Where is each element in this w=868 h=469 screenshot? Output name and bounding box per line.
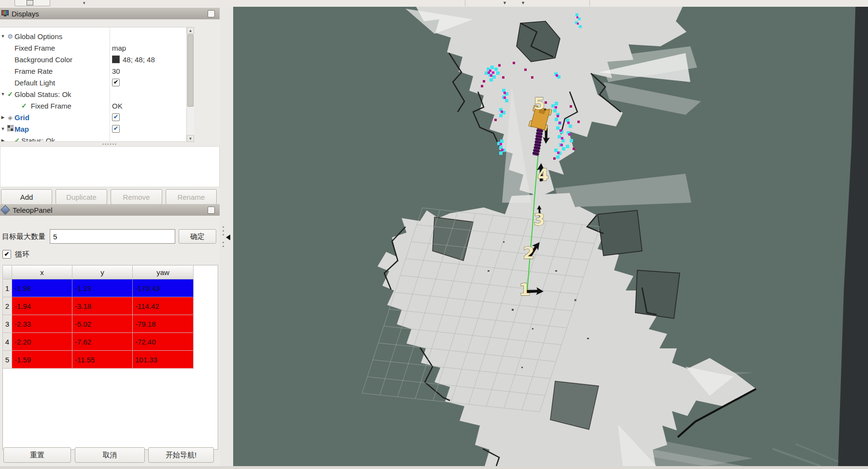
expand-open-icon[interactable]: ▼: [0, 34, 6, 39]
splitter-dot: [223, 246, 224, 247]
gear-icon: ⚙: [6, 33, 14, 40]
goal-table-body: 1-1.98-1.23-170.432-1.94-3.18-114.423-2.…: [3, 279, 194, 369]
tree-row-map[interactable]: ▼ Map ✔: [0, 123, 194, 135]
row-number[interactable]: 1: [3, 279, 12, 297]
rviz-3d-viewport[interactable]: 1 2 3 4 5: [233, 7, 868, 466]
max-goal-input[interactable]: [50, 229, 175, 244]
grid-checkbox[interactable]: ✔: [112, 113, 120, 121]
expand-open-icon[interactable]: ▼: [0, 126, 6, 131]
scrollbar-thumb[interactable]: [187, 34, 194, 107]
grid-icon: ◈: [6, 114, 14, 121]
toolbar-separator: [465, 0, 465, 6]
expand-closed-icon[interactable]: ▶: [0, 115, 6, 120]
left-panel-column: Displays ▼ ⚙ Global Options Fixed Frame …: [0, 7, 233, 466]
goal-x-cell[interactable]: -2.20: [12, 333, 72, 351]
row-number[interactable]: 3: [3, 315, 12, 333]
scroll-up-icon[interactable]: ▲: [187, 27, 194, 34]
fixed-frame-value[interactable]: map: [112, 44, 126, 52]
goal-yaw-cell[interactable]: -170.43: [133, 279, 194, 297]
row-number[interactable]: 4: [3, 333, 12, 351]
default-light-checkbox[interactable]: ✔: [112, 79, 120, 86]
map-checkbox[interactable]: ✔: [112, 125, 120, 133]
dropdown-arrow-icon[interactable]: ▼: [521, 0, 525, 6]
goal-y-cell[interactable]: -1.23: [72, 279, 133, 297]
map-label: Map: [14, 125, 29, 133]
tree-row-fixed-frame-status[interactable]: ✓ Fixed Frame OK: [0, 100, 194, 111]
goal-table-header-row: x y yaw: [3, 265, 194, 279]
expand-open-icon[interactable]: ▼: [0, 92, 6, 97]
goal-y-cell[interactable]: -5.02: [72, 315, 133, 333]
tree-row-grid[interactable]: ▶ ◈ Grid ✔: [0, 111, 194, 123]
splitter-dot: [223, 230, 224, 232]
remove-button[interactable]: Remove: [111, 189, 162, 205]
corner-header: [3, 265, 12, 279]
tree-row-background-color[interactable]: Background Color 48; 48; 48: [0, 54, 194, 65]
displays-panel-icon: [1, 10, 9, 17]
goal-x-cell[interactable]: -1.98: [12, 279, 72, 297]
table-row[interactable]: 2-1.94-3.18-114.42: [3, 297, 194, 315]
col-header-y[interactable]: y: [72, 265, 133, 279]
mini-dropdown-arrow-icon[interactable]: ▾: [83, 0, 85, 6]
waypoint-label-5: 5: [533, 94, 545, 113]
table-row[interactable]: 3-2.33-5.02-79.18: [3, 315, 194, 333]
splitter-dot: [223, 234, 224, 235]
goal-x-cell[interactable]: -1.94: [12, 297, 72, 315]
grid-label: Grid: [14, 113, 29, 122]
waypoint-label-3: 3: [533, 210, 545, 229]
dock-splitter[interactable]: [220, 7, 233, 466]
teleop-panel-titlebar[interactable]: TeleopPanel: [0, 204, 220, 216]
tree-row-default-light[interactable]: Default Light ✔: [0, 77, 194, 88]
goal-yaw-cell[interactable]: 101.33: [133, 351, 194, 369]
loop-checkbox[interactable]: ✔: [2, 250, 11, 259]
confirm-button[interactable]: 确定: [179, 229, 216, 244]
background-color-value-cell[interactable]: 48; 48; 48: [112, 55, 155, 64]
goal-y-cell[interactable]: -7.62: [72, 333, 133, 351]
goal-x-cell[interactable]: -1.59: [12, 351, 72, 369]
rename-button[interactable]: Rename: [166, 189, 217, 205]
goal-table[interactable]: x y yaw 1-1.98-1.23-170.432-1.94-3.18-11…: [2, 265, 194, 369]
loop-label: 循环: [15, 250, 29, 259]
toolbar-separator: [589, 0, 590, 6]
goal-yaw-cell[interactable]: -114.42: [133, 297, 194, 315]
waypoint-label-1: 1: [519, 280, 531, 299]
goal-yaw-cell[interactable]: -79.18: [133, 315, 194, 333]
tree-row-frame-rate[interactable]: Frame Rate 30: [0, 65, 194, 77]
frame-rate-value[interactable]: 30: [112, 67, 120, 75]
goal-x-cell[interactable]: -2.33: [12, 315, 72, 333]
tree-row-fixed-frame[interactable]: Fixed Frame map: [0, 42, 194, 54]
tree-row-global-options[interactable]: ▼ ⚙ Global Options: [0, 30, 194, 42]
tree-row-map-status-partial[interactable]: ▶ ✓ Status: Ok: [0, 135, 194, 142]
status-ok-check-icon: ✓: [13, 137, 21, 142]
dropdown-arrow-icon[interactable]: ▼: [503, 0, 507, 6]
col-header-x[interactable]: x: [12, 265, 72, 279]
row-number[interactable]: 2: [3, 297, 12, 315]
loop-row: ✔ 循环: [2, 249, 29, 259]
waypoint-label-2: 2: [523, 243, 534, 262]
toolbar-button-icon: [27, 0, 33, 5]
collapse-panel-arrow-icon[interactable]: [226, 234, 230, 240]
goal-y-cell[interactable]: -11.55: [72, 351, 133, 369]
teleop-float-button[interactable]: [208, 207, 215, 214]
displays-panel-titlebar[interactable]: Displays: [0, 8, 220, 19]
table-row[interactable]: 5-1.59-11.55101.33: [3, 351, 194, 369]
fixed-frame-status-value: OK: [112, 102, 123, 110]
tree-scrollbar[interactable]: ▲ ▼: [186, 27, 194, 142]
default-light-label: Default Light: [14, 79, 55, 87]
reset-button[interactable]: 重置: [3, 447, 71, 463]
toolbar-partial-button[interactable]: [14, 0, 50, 6]
table-row[interactable]: 4-2.20-7.62-72.40: [3, 333, 194, 351]
duplicate-button[interactable]: Duplicate: [56, 189, 107, 205]
frame-rate-label: Frame Rate: [14, 67, 53, 75]
add-button[interactable]: Add: [1, 189, 52, 205]
goal-yaw-cell[interactable]: -72.40: [133, 333, 194, 351]
row-number[interactable]: 5: [3, 351, 12, 369]
cancel-button[interactable]: 取消: [75, 447, 145, 463]
col-header-yaw[interactable]: yaw: [133, 265, 194, 279]
goal-y-cell[interactable]: -3.18: [72, 297, 133, 315]
start-nav-button[interactable]: 开始导航!: [148, 447, 214, 463]
tree-row-global-status[interactable]: ▼ ✓ Global Status: Ok: [0, 88, 194, 100]
displays-float-button[interactable]: [208, 10, 215, 17]
scroll-down-icon[interactable]: ▼: [187, 135, 194, 142]
table-row[interactable]: 1-1.98-1.23-170.43: [3, 279, 194, 297]
expand-closed-icon[interactable]: ▶: [0, 138, 6, 142]
